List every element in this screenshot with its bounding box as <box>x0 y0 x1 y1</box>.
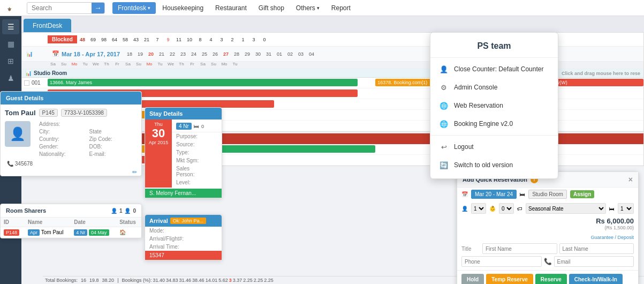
col-date: Date <box>71 218 116 227</box>
globe-icon: 🌐 <box>439 101 449 110</box>
close-button[interactable]: × <box>628 175 633 184</box>
state-label: State <box>89 129 119 134</box>
calendar-icon-qr: 📅 <box>461 191 468 197</box>
guest-card-title: Guest Details <box>1 92 141 104</box>
arrival-ok-button[interactable]: Ok: John Pa... <box>170 218 206 224</box>
bed-count-select[interactable]: 1 <box>618 203 634 214</box>
nav-frontdesk[interactable]: Frontdesk ▾ <box>112 2 156 14</box>
sidebar-person-icon[interactable]: ♟ <box>2 71 19 86</box>
last-name-input[interactable] <box>559 243 634 254</box>
stay-details-card: Stay Details Thu 30 Apr 2015 4 Nr 🛏 0 Pu… <box>145 107 222 198</box>
guarantee-link[interactable]: Guarantee / Deposit <box>590 235 634 240</box>
tag-icon-qr: 🏷 <box>517 206 522 212</box>
table-row: P148 Apr Tom Paul 4 Nr 04 May 🏠 <box>1 227 141 238</box>
tab-frontdesk[interactable]: FrontDesk <box>24 19 71 32</box>
nights-badge: 4 Nr <box>74 229 87 236</box>
menu-item-admin-console[interactable]: ⚙ Admin Console <box>430 78 558 96</box>
room-sharers-title: Room Sharers <box>6 207 46 214</box>
search-button[interactable]: → <box>92 2 104 14</box>
sidebar-menu-icon[interactable]: ☰ <box>2 19 19 34</box>
sharer-id-badge: P148 <box>4 229 19 236</box>
action-buttons: Hold Temp Reserve Reserve Check-In/Walk-… <box>457 270 638 284</box>
guest-avatar: 👤 <box>5 121 31 147</box>
mkt-label: Mkt Sgm: <box>176 158 208 163</box>
stay-card-title: Stay Details <box>145 108 222 119</box>
logout-icon: ↩ <box>439 142 449 152</box>
child-icon-qr: 👶 <box>489 206 496 212</box>
guest-name: Tom Paul <box>5 109 36 117</box>
nav-restaurant[interactable]: Restaurant <box>210 2 252 14</box>
menu-item-close-counter[interactable]: 👤 Close Counter: Default Counter <box>430 60 558 78</box>
total-bookings-label: Total Bookings: <box>45 278 78 283</box>
email-input[interactable] <box>554 256 634 267</box>
sharers-table: ID Name Date Status P148 Apr Tom Paul 4 … <box>1 218 141 238</box>
checkout-badge: 04 May <box>89 229 109 236</box>
country-label: Country: <box>39 136 69 142</box>
app-logo: ⚜ <box>4 2 24 14</box>
sidebar-calendar-icon[interactable]: ▦ <box>2 36 19 51</box>
sidebar-grid-icon[interactable]: ⊞ <box>2 54 19 69</box>
address-label: Address: <box>39 121 69 127</box>
zip-label: Zip Code: <box>89 136 119 142</box>
booking-bar[interactable]: 13666. Mary James <box>48 79 358 86</box>
child-icon: 👤 <box>124 208 131 214</box>
room-checkbox-001[interactable] <box>24 80 29 86</box>
city-label: City: <box>39 129 69 134</box>
children-select[interactable]: 012 <box>499 203 514 214</box>
sales-label: Sales Person: <box>176 166 208 177</box>
guest-badge-ref: 7733-V-1053398 <box>61 109 107 117</box>
guest-edit-button[interactable]: ✏ <box>132 169 137 176</box>
arrival-booking-bar[interactable]: 15347 <box>145 251 222 260</box>
chevron-down-icon: ▾ <box>148 5 150 11</box>
nav-report[interactable]: Report <box>326 2 356 14</box>
nav-housekeeping[interactable]: Housekeeping <box>157 2 209 14</box>
ps-team-title: PS team <box>430 41 558 51</box>
checkin-walkin-button[interactable]: Check-In/Walk-In <box>569 274 623 284</box>
assign-button[interactable]: Assign <box>570 190 594 198</box>
chevron-down-icon-others: ▾ <box>317 5 320 11</box>
bookings-pct-label: Bookings (%): <box>122 278 151 283</box>
menu-item-booking-engine[interactable]: 🌐 Booking Engine v2.0 <box>430 115 558 133</box>
refresh-icon: 🔄 <box>439 160 449 170</box>
search-input[interactable] <box>27 3 92 13</box>
arrival-card: Arrival Ok: John Pa... Mode: Arrival/Fli… <box>145 214 222 260</box>
phone-input[interactable] <box>461 256 542 267</box>
adult-icon-qr: 👤 <box>461 206 468 212</box>
globe-icon-2: 🌐 <box>439 119 449 129</box>
bed-count-icon: 🛏 <box>609 206 615 212</box>
col-id: ID <box>1 218 25 227</box>
stay-guest-name: S. Melony Fernan... <box>145 189 222 198</box>
mode-label: Mode: <box>149 228 184 234</box>
guest-phone: 📞 345678 <box>5 161 137 167</box>
hold-button[interactable]: Hold <box>461 274 484 284</box>
guest-details-card: Guest Details Tom Paul P145 7733-V-10533… <box>0 91 142 176</box>
time-label: Arrival Time: <box>149 244 184 250</box>
adults-select[interactable]: 123 <box>471 203 486 214</box>
rate-type-select[interactable]: Seasonal Rate <box>526 203 606 214</box>
first-name-input[interactable] <box>482 243 557 254</box>
reserve-button[interactable]: Reserve <box>535 274 567 284</box>
email-label: E-mail: <box>89 151 119 157</box>
purpose-label: Purpose: <box>176 133 208 139</box>
menu-item-web-reservation[interactable]: 🌐 Web Reservation <box>430 96 558 115</box>
type-label: Type: <box>176 150 208 155</box>
flight-label: Arrival/Flight#: <box>149 236 184 242</box>
menu-item-switch-old[interactable]: 🔄 Switch to old version <box>430 156 558 174</box>
adult-count: 1 <box>119 208 123 214</box>
date-range-badge: Mar 20 - Mar 24 <box>471 190 517 199</box>
search-bar[interactable]: → <box>27 2 105 14</box>
blocked-bar: Blocked <box>48 35 77 43</box>
tab-bar: FrontDesk <box>21 16 644 32</box>
nationality-label: Nationality: <box>39 151 69 157</box>
temp-reserve-button[interactable]: Temp Reserve <box>486 274 533 284</box>
col-name: Name <box>25 218 71 227</box>
adult-icon: 👤 <box>111 208 117 214</box>
menu-item-logout[interactable]: ↩ Logout <box>430 138 558 156</box>
source-label: Source: <box>176 141 208 147</box>
bed-icon-qr: 🛏 <box>520 191 525 197</box>
nav-others[interactable]: Others ▾ <box>291 2 325 14</box>
price-display: Rs 6,000.00 <box>596 217 634 225</box>
nav-giftshop[interactable]: Gift shop <box>253 2 290 14</box>
ps-team-dropdown: PS team 👤 Close Counter: Default Counter… <box>430 32 558 179</box>
calendar-date-range: 📅 Mar 18 - Apr 17, 2017 <box>52 50 120 57</box>
